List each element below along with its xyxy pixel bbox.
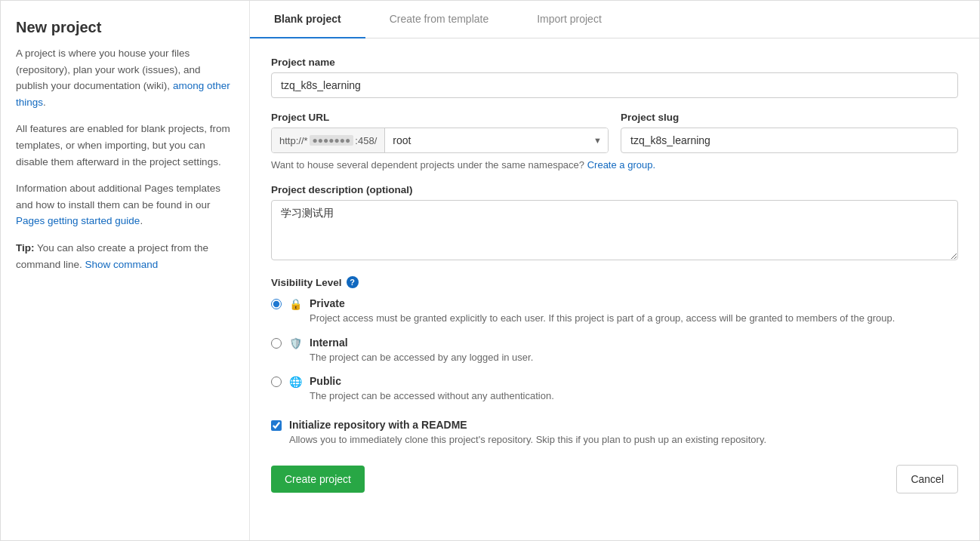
tabs-bar: Blank project Create from template Impor… — [250, 1, 979, 38]
visibility-internal-option: 🛡️ Internal The project can be accessed … — [271, 337, 958, 365]
readme-checkbox-group: Initialize repository with a README Allo… — [271, 419, 958, 447]
visibility-label: Visibility Level — [271, 277, 342, 288]
info-icon[interactable]: ? — [347, 276, 359, 288]
sidebar-para3: Information about additional Pages templ… — [16, 180, 231, 229]
project-name-input[interactable] — [271, 72, 958, 98]
project-name-label: Project name — [271, 57, 958, 68]
create-project-button[interactable]: Create project — [271, 466, 365, 493]
sidebar-para1: A project is where you house your files … — [16, 45, 231, 110]
visibility-section: Visibility Level ? 🔒 Private Project acc… — [271, 276, 958, 404]
visibility-private-radio[interactable] — [271, 299, 282, 309]
readme-text: Initialize repository with a README Allo… — [289, 419, 766, 447]
tab-import-project[interactable]: Import project — [513, 1, 626, 38]
visibility-public-radio[interactable] — [271, 377, 282, 387]
visibility-radio-group: 🔒 Private Project access must be granted… — [271, 297, 958, 404]
project-slug-label: Project slug — [621, 112, 958, 123]
project-slug-group: Project slug — [621, 112, 958, 153]
description-group: Project description (optional) 学习测试用 — [271, 184, 958, 263]
project-url-group: Project URL http://*●●●●●●●:458/ root ▼ — [271, 112, 609, 153]
sidebar-para2: All features are enabled for blank proje… — [16, 121, 231, 170]
visibility-internal-radio[interactable] — [271, 338, 282, 349]
globe-icon: 🌐 — [289, 376, 302, 388]
namespace-help-text: Want to house several dependent projects… — [271, 159, 958, 171]
cancel-button[interactable]: Cancel — [896, 465, 958, 493]
readme-checkbox[interactable] — [271, 420, 282, 431]
project-url-label: Project URL — [271, 112, 609, 123]
sidebar-tip: Tip: You can also create a project from … — [16, 240, 231, 272]
main-content: Blank project Create from template Impor… — [250, 1, 979, 540]
pages-guide-link[interactable]: Pages getting started guide — [16, 215, 140, 226]
button-row: Create project Cancel — [271, 465, 958, 493]
url-select-wrapper: root ▼ — [385, 128, 608, 152]
visibility-header: Visibility Level ? — [271, 276, 958, 288]
internal-text: Internal The project can be accessed by … — [310, 337, 533, 365]
shield-icon: 🛡️ — [289, 337, 302, 349]
url-slug-row: Project URL http://*●●●●●●●:458/ root ▼ — [271, 112, 958, 153]
show-command-link[interactable]: Show command — [85, 259, 159, 270]
private-text: Private Project access must be granted e… — [310, 297, 895, 326]
tab-create-from-template[interactable]: Create from template — [365, 1, 513, 38]
description-textarea[interactable]: 学习测试用 — [271, 200, 958, 260]
namespace-select[interactable]: root — [385, 128, 608, 152]
form-area: Project name Project URL http://*●●●●●●●… — [250, 38, 979, 515]
sidebar: New project A project is where you house… — [1, 1, 250, 540]
lock-icon: 🔒 — [289, 298, 302, 310]
page-title: New project — [16, 19, 231, 36]
visibility-public-option: 🌐 Public The project can be accessed wit… — [271, 375, 958, 404]
tab-blank-project[interactable]: Blank project — [250, 1, 365, 38]
description-label: Project description (optional) — [271, 184, 958, 195]
project-slug-input[interactable] — [621, 128, 958, 153]
project-name-group: Project name — [271, 57, 958, 98]
url-input-wrapper: http://*●●●●●●●:458/ root ▼ — [271, 128, 609, 153]
public-text: Public The project can be accessed witho… — [310, 375, 554, 404]
create-group-link[interactable]: Create a group. — [587, 159, 655, 171]
visibility-private-option: 🔒 Private Project access must be granted… — [271, 297, 958, 326]
url-prefix: http://*●●●●●●●:458/ — [272, 128, 385, 152]
